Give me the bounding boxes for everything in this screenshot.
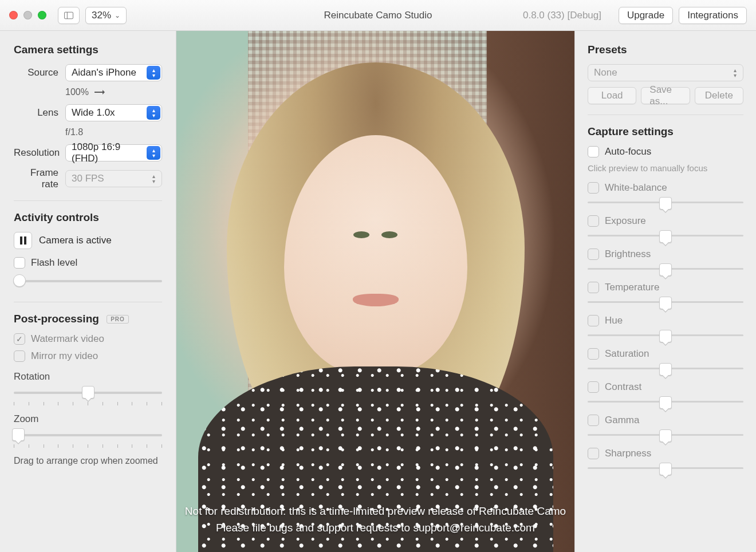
- framerate-select[interactable]: 30 FPS ▴▾: [65, 170, 162, 187]
- pro-badge: PRO: [107, 315, 129, 324]
- resolution-select[interactable]: 1080p 16:9 (FHD) ▴▾: [65, 144, 162, 161]
- preset-delete-button[interactable]: Delete: [695, 87, 743, 104]
- zoom-hint: Drag to arrange crop when zoomed: [14, 456, 162, 466]
- post-processing-title: Post-processing PRO: [14, 313, 162, 325]
- mirror-checkbox[interactable]: [14, 350, 25, 362]
- capture-setting-checkbox[interactable]: [588, 282, 599, 293]
- capture-setting-slider[interactable]: [588, 462, 743, 476]
- source-label: Source: [14, 67, 65, 78]
- svg-rect-0: [64, 12, 73, 19]
- preset-select[interactable]: None ▴▾: [588, 64, 743, 81]
- window-controls: [9, 11, 46, 19]
- left-panel: Camera settings Source Aidan's iPhone ▴▾…: [0, 31, 176, 552]
- stepper-arrows-icon: ▴▾: [147, 172, 160, 186]
- app-version: 0.8.0 (33) [Debug]: [523, 10, 601, 21]
- sidebar-toggle-button[interactable]: [58, 7, 80, 24]
- preset-save-as-button[interactable]: Save as...: [641, 87, 690, 104]
- capture-setting-slider[interactable]: [588, 229, 743, 244]
- chevron-down-icon: ⌄: [115, 11, 120, 19]
- capture-setting-checkbox[interactable]: [588, 415, 599, 426]
- source-select[interactable]: Aidan's iPhone ▴▾: [65, 64, 162, 81]
- zoom-label: Zoom: [14, 413, 162, 425]
- integrations-button[interactable]: Integrations: [679, 7, 747, 24]
- post-processing-section: Post-processing PRO Watermark video Mirr…: [14, 313, 162, 466]
- preset-select-value: None: [594, 67, 617, 78]
- activity-controls-title: Activity controls: [14, 211, 162, 224]
- presets-section: Presets None ▴▾ Load Save as... Delete: [588, 44, 743, 115]
- autofocus-checkbox[interactable]: [588, 146, 599, 157]
- capture-setting-row: Gamma: [588, 415, 743, 443]
- flash-level-checkbox[interactable]: [14, 257, 25, 269]
- camera-status-text: Camera is active: [39, 235, 112, 246]
- resolution-select-value: 1080p 16:9 (FHD): [72, 141, 144, 164]
- capture-setting-row: Saturation: [588, 348, 743, 377]
- titlebar: 32% ⌄ Reincubate Camo Studio 0.8.0 (33) …: [0, 0, 756, 31]
- capture-setting-checkbox[interactable]: [588, 182, 599, 194]
- preset-load-button[interactable]: Load: [588, 87, 636, 104]
- capture-setting-slider[interactable]: [588, 428, 743, 443]
- camera-settings-section: Camera settings Source Aidan's iPhone ▴▾…: [14, 44, 162, 201]
- capture-setting-checkbox[interactable]: [588, 215, 599, 227]
- preview-overlay: Not for redistribution: this is a time-l…: [176, 31, 574, 552]
- capture-setting-slider[interactable]: [588, 395, 743, 410]
- source-battery-status: 100%: [65, 87, 89, 97]
- watermark-checkbox[interactable]: [14, 333, 25, 345]
- capture-setting-slider[interactable]: [588, 196, 743, 211]
- autofocus-label: Auto-focus: [605, 146, 651, 157]
- rotation-slider[interactable]: [14, 386, 162, 401]
- lens-aperture: f/1.8: [65, 127, 83, 137]
- flash-level-slider[interactable]: [14, 274, 162, 289]
- rotation-label: Rotation: [14, 371, 162, 383]
- framerate-label: Frame rate: [14, 167, 65, 190]
- capture-setting-checkbox[interactable]: [588, 249, 599, 260]
- lens-select-value: Wide 1.0x: [72, 107, 115, 119]
- lens-select[interactable]: Wide 1.0x ▴▾: [65, 104, 162, 121]
- capture-setting-label: Hue: [605, 315, 623, 326]
- camera-preview[interactable]: Not for redistribution: this is a time-l…: [176, 31, 574, 552]
- capture-setting-slider[interactable]: [588, 362, 743, 377]
- capture-setting-checkbox[interactable]: [588, 381, 599, 393]
- capture-setting-checkbox[interactable]: [588, 315, 599, 326]
- autofocus-hint: Click preview to manually focus: [588, 163, 743, 173]
- resolution-label: Resolution: [14, 147, 65, 159]
- capture-setting-slider[interactable]: [588, 329, 743, 344]
- framerate-select-value: 30 FPS: [72, 173, 104, 184]
- pause-camera-button[interactable]: [14, 232, 32, 249]
- capture-setting-label: Exposure: [605, 215, 646, 227]
- stepper-arrows-icon: ▴▾: [147, 106, 160, 120]
- capture-setting-label: Temperature: [605, 282, 659, 293]
- capture-settings-title: Capture settings: [588, 125, 743, 138]
- capture-setting-slider[interactable]: [588, 295, 743, 310]
- activity-controls-section: Activity controls Camera is active Flash…: [14, 211, 162, 302]
- source-select-value: Aidan's iPhone: [72, 67, 136, 78]
- capture-setting-slider[interactable]: [588, 262, 743, 277]
- presets-title: Presets: [588, 44, 743, 56]
- app-body: Camera settings Source Aidan's iPhone ▴▾…: [0, 31, 756, 552]
- zoom-combo[interactable]: 32% ⌄: [85, 7, 127, 24]
- pause-icon: [20, 236, 26, 245]
- capture-setting-row: Contrast: [588, 381, 743, 410]
- stepper-arrows-icon: ▴▾: [728, 66, 742, 80]
- upgrade-button-label: Upgrade: [627, 10, 664, 21]
- capture-setting-label: Gamma: [605, 415, 639, 426]
- capture-setting-row: Brightness: [588, 249, 743, 277]
- capture-setting-row: Exposure: [588, 215, 743, 244]
- preview-overlay-line2: Please file bugs and support requests to…: [185, 520, 566, 537]
- stepper-arrows-icon: ▴▾: [147, 146, 160, 160]
- window-close-button[interactable]: [9, 11, 18, 19]
- window-zoom-button[interactable]: [38, 11, 46, 19]
- capture-setting-label: Sharpness: [605, 448, 651, 459]
- capture-setting-label: Brightness: [605, 249, 651, 260]
- capture-setting-label: Saturation: [605, 348, 649, 360]
- capture-setting-checkbox[interactable]: [588, 448, 599, 459]
- zoom-slider[interactable]: [14, 428, 162, 443]
- window-minimize-button[interactable]: [23, 11, 32, 19]
- integrations-button-label: Integrations: [687, 10, 738, 21]
- usb-icon: [94, 89, 107, 96]
- app-title: Reincubate Camo Studio: [324, 10, 432, 21]
- upgrade-button[interactable]: Upgrade: [619, 7, 673, 24]
- capture-setting-checkbox[interactable]: [588, 348, 599, 360]
- zoom-combo-value: 32%: [92, 10, 111, 21]
- sidebar-icon: [64, 11, 73, 19]
- capture-setting-row: Hue: [588, 315, 743, 344]
